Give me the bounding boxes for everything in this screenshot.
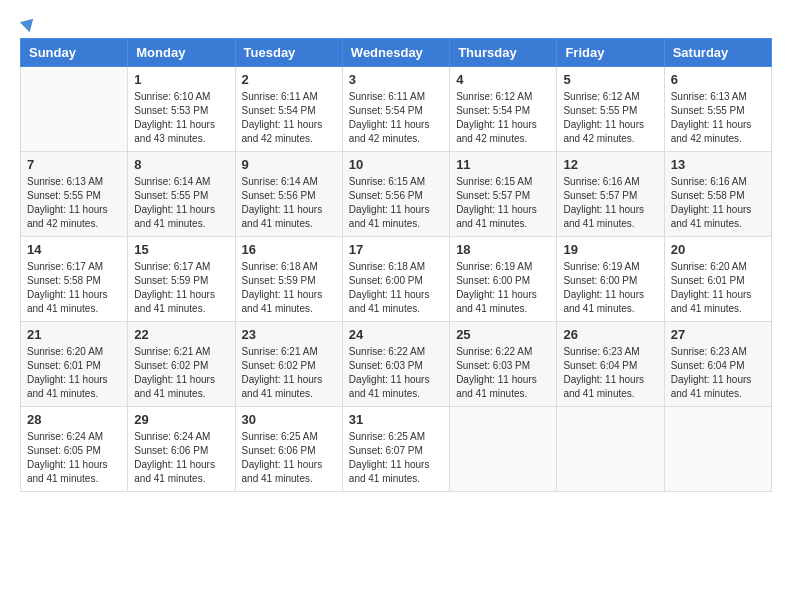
calendar-day-cell: 26Sunrise: 6:23 AMSunset: 6:04 PMDayligh… <box>557 322 664 407</box>
calendar-day-cell: 18Sunrise: 6:19 AMSunset: 6:00 PMDayligh… <box>450 237 557 322</box>
day-number: 21 <box>27 327 121 342</box>
day-info: Sunrise: 6:21 AMSunset: 6:02 PMDaylight:… <box>242 345 336 401</box>
day-number: 29 <box>134 412 228 427</box>
calendar-day-cell: 10Sunrise: 6:15 AMSunset: 5:56 PMDayligh… <box>342 152 449 237</box>
day-info: Sunrise: 6:12 AMSunset: 5:54 PMDaylight:… <box>456 90 550 146</box>
day-info: Sunrise: 6:17 AMSunset: 5:58 PMDaylight:… <box>27 260 121 316</box>
page-header <box>20 20 772 28</box>
calendar-day-cell <box>664 407 771 492</box>
day-info: Sunrise: 6:25 AMSunset: 6:07 PMDaylight:… <box>349 430 443 486</box>
day-number: 17 <box>349 242 443 257</box>
day-info: Sunrise: 6:11 AMSunset: 5:54 PMDaylight:… <box>242 90 336 146</box>
day-of-week-header: Tuesday <box>235 39 342 67</box>
day-number: 30 <box>242 412 336 427</box>
day-info: Sunrise: 6:12 AMSunset: 5:55 PMDaylight:… <box>563 90 657 146</box>
day-info: Sunrise: 6:17 AMSunset: 5:59 PMDaylight:… <box>134 260 228 316</box>
day-number: 1 <box>134 72 228 87</box>
calendar-table: SundayMondayTuesdayWednesdayThursdayFrid… <box>20 38 772 492</box>
day-info: Sunrise: 6:10 AMSunset: 5:53 PMDaylight:… <box>134 90 228 146</box>
day-info: Sunrise: 6:22 AMSunset: 6:03 PMDaylight:… <box>349 345 443 401</box>
day-number: 13 <box>671 157 765 172</box>
calendar-day-cell: 23Sunrise: 6:21 AMSunset: 6:02 PMDayligh… <box>235 322 342 407</box>
day-number: 25 <box>456 327 550 342</box>
day-number: 26 <box>563 327 657 342</box>
day-info: Sunrise: 6:19 AMSunset: 6:00 PMDaylight:… <box>456 260 550 316</box>
day-of-week-header: Wednesday <box>342 39 449 67</box>
calendar-day-cell: 4Sunrise: 6:12 AMSunset: 5:54 PMDaylight… <box>450 67 557 152</box>
day-info: Sunrise: 6:19 AMSunset: 6:00 PMDaylight:… <box>563 260 657 316</box>
day-info: Sunrise: 6:25 AMSunset: 6:06 PMDaylight:… <box>242 430 336 486</box>
calendar-day-cell: 12Sunrise: 6:16 AMSunset: 5:57 PMDayligh… <box>557 152 664 237</box>
day-of-week-header: Thursday <box>450 39 557 67</box>
day-info: Sunrise: 6:13 AMSunset: 5:55 PMDaylight:… <box>671 90 765 146</box>
calendar-day-cell: 3Sunrise: 6:11 AMSunset: 5:54 PMDaylight… <box>342 67 449 152</box>
calendar-header: SundayMondayTuesdayWednesdayThursdayFrid… <box>21 39 772 67</box>
day-number: 6 <box>671 72 765 87</box>
calendar-day-cell: 13Sunrise: 6:16 AMSunset: 5:58 PMDayligh… <box>664 152 771 237</box>
calendar-day-cell: 16Sunrise: 6:18 AMSunset: 5:59 PMDayligh… <box>235 237 342 322</box>
day-number: 15 <box>134 242 228 257</box>
day-info: Sunrise: 6:14 AMSunset: 5:55 PMDaylight:… <box>134 175 228 231</box>
calendar-day-cell: 24Sunrise: 6:22 AMSunset: 6:03 PMDayligh… <box>342 322 449 407</box>
day-number: 9 <box>242 157 336 172</box>
calendar-body: 1Sunrise: 6:10 AMSunset: 5:53 PMDaylight… <box>21 67 772 492</box>
calendar-day-cell: 5Sunrise: 6:12 AMSunset: 5:55 PMDaylight… <box>557 67 664 152</box>
day-number: 11 <box>456 157 550 172</box>
day-info: Sunrise: 6:11 AMSunset: 5:54 PMDaylight:… <box>349 90 443 146</box>
day-number: 3 <box>349 72 443 87</box>
calendar-day-cell: 8Sunrise: 6:14 AMSunset: 5:55 PMDaylight… <box>128 152 235 237</box>
days-of-week-row: SundayMondayTuesdayWednesdayThursdayFrid… <box>21 39 772 67</box>
calendar-day-cell: 22Sunrise: 6:21 AMSunset: 6:02 PMDayligh… <box>128 322 235 407</box>
day-info: Sunrise: 6:16 AMSunset: 5:58 PMDaylight:… <box>671 175 765 231</box>
calendar-week-row: 21Sunrise: 6:20 AMSunset: 6:01 PMDayligh… <box>21 322 772 407</box>
day-info: Sunrise: 6:22 AMSunset: 6:03 PMDaylight:… <box>456 345 550 401</box>
calendar-day-cell: 6Sunrise: 6:13 AMSunset: 5:55 PMDaylight… <box>664 67 771 152</box>
day-info: Sunrise: 6:18 AMSunset: 6:00 PMDaylight:… <box>349 260 443 316</box>
logo <box>20 20 36 28</box>
calendar-day-cell: 20Sunrise: 6:20 AMSunset: 6:01 PMDayligh… <box>664 237 771 322</box>
day-number: 10 <box>349 157 443 172</box>
calendar-day-cell: 19Sunrise: 6:19 AMSunset: 6:00 PMDayligh… <box>557 237 664 322</box>
day-info: Sunrise: 6:20 AMSunset: 6:01 PMDaylight:… <box>27 345 121 401</box>
day-number: 2 <box>242 72 336 87</box>
day-info: Sunrise: 6:23 AMSunset: 6:04 PMDaylight:… <box>563 345 657 401</box>
day-info: Sunrise: 6:15 AMSunset: 5:56 PMDaylight:… <box>349 175 443 231</box>
day-info: Sunrise: 6:16 AMSunset: 5:57 PMDaylight:… <box>563 175 657 231</box>
day-number: 24 <box>349 327 443 342</box>
day-number: 27 <box>671 327 765 342</box>
day-number: 5 <box>563 72 657 87</box>
calendar-day-cell <box>21 67 128 152</box>
day-number: 7 <box>27 157 121 172</box>
calendar-week-row: 1Sunrise: 6:10 AMSunset: 5:53 PMDaylight… <box>21 67 772 152</box>
calendar-day-cell: 7Sunrise: 6:13 AMSunset: 5:55 PMDaylight… <box>21 152 128 237</box>
day-number: 28 <box>27 412 121 427</box>
day-of-week-header: Sunday <box>21 39 128 67</box>
day-number: 12 <box>563 157 657 172</box>
day-of-week-header: Monday <box>128 39 235 67</box>
day-info: Sunrise: 6:14 AMSunset: 5:56 PMDaylight:… <box>242 175 336 231</box>
calendar-day-cell: 2Sunrise: 6:11 AMSunset: 5:54 PMDaylight… <box>235 67 342 152</box>
calendar-day-cell <box>450 407 557 492</box>
calendar-day-cell: 21Sunrise: 6:20 AMSunset: 6:01 PMDayligh… <box>21 322 128 407</box>
calendar-day-cell: 17Sunrise: 6:18 AMSunset: 6:00 PMDayligh… <box>342 237 449 322</box>
calendar-day-cell: 30Sunrise: 6:25 AMSunset: 6:06 PMDayligh… <box>235 407 342 492</box>
day-info: Sunrise: 6:24 AMSunset: 6:06 PMDaylight:… <box>134 430 228 486</box>
day-number: 22 <box>134 327 228 342</box>
day-info: Sunrise: 6:23 AMSunset: 6:04 PMDaylight:… <box>671 345 765 401</box>
calendar-week-row: 28Sunrise: 6:24 AMSunset: 6:05 PMDayligh… <box>21 407 772 492</box>
day-of-week-header: Friday <box>557 39 664 67</box>
day-info: Sunrise: 6:18 AMSunset: 5:59 PMDaylight:… <box>242 260 336 316</box>
day-number: 18 <box>456 242 550 257</box>
calendar-week-row: 7Sunrise: 6:13 AMSunset: 5:55 PMDaylight… <box>21 152 772 237</box>
day-info: Sunrise: 6:15 AMSunset: 5:57 PMDaylight:… <box>456 175 550 231</box>
calendar-day-cell: 25Sunrise: 6:22 AMSunset: 6:03 PMDayligh… <box>450 322 557 407</box>
calendar-day-cell <box>557 407 664 492</box>
calendar-day-cell: 9Sunrise: 6:14 AMSunset: 5:56 PMDaylight… <box>235 152 342 237</box>
day-number: 16 <box>242 242 336 257</box>
day-number: 14 <box>27 242 121 257</box>
logo-triangle-icon <box>20 14 38 32</box>
day-info: Sunrise: 6:21 AMSunset: 6:02 PMDaylight:… <box>134 345 228 401</box>
day-number: 8 <box>134 157 228 172</box>
calendar-day-cell: 28Sunrise: 6:24 AMSunset: 6:05 PMDayligh… <box>21 407 128 492</box>
calendar-day-cell: 14Sunrise: 6:17 AMSunset: 5:58 PMDayligh… <box>21 237 128 322</box>
